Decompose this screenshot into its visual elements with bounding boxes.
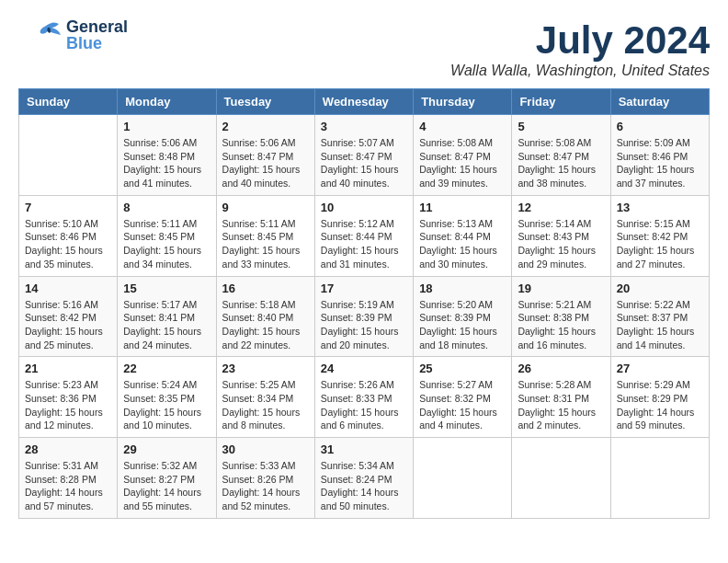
day-info: Sunrise: 5:33 AM Sunset: 8:26 PM Dayligh…	[222, 459, 309, 513]
day-number: 26	[518, 362, 604, 375]
col-header-saturday: Saturday	[610, 89, 709, 115]
day-info: Sunrise: 5:11 AM Sunset: 8:45 PM Dayligh…	[123, 217, 210, 271]
col-header-thursday: Thursday	[414, 89, 512, 115]
page-header: General Blue July 2024 Walla Walla, Wash…	[18, 18, 710, 79]
calendar-table: SundayMondayTuesdayWednesdayThursdayFrid…	[18, 88, 710, 519]
day-info: Sunrise: 5:16 AM Sunset: 8:42 PM Dayligh…	[25, 298, 111, 352]
day-info: Sunrise: 5:28 AM Sunset: 8:31 PM Dayligh…	[518, 378, 604, 432]
calendar-cell: 29Sunrise: 5:32 AM Sunset: 8:27 PM Dayli…	[118, 438, 216, 519]
calendar-cell: 27Sunrise: 5:29 AM Sunset: 8:29 PM Dayli…	[610, 357, 709, 438]
calendar-cell: 15Sunrise: 5:17 AM Sunset: 8:41 PM Dayli…	[118, 276, 216, 357]
day-number: 8	[123, 201, 210, 214]
col-header-monday: Monday	[118, 89, 216, 115]
calendar-cell	[512, 438, 610, 519]
day-number: 11	[419, 201, 506, 214]
day-info: Sunrise: 5:26 AM Sunset: 8:33 PM Dayligh…	[321, 378, 407, 432]
day-info: Sunrise: 5:10 AM Sunset: 8:46 PM Dayligh…	[25, 217, 111, 271]
day-number: 19	[518, 282, 604, 295]
calendar-cell: 19Sunrise: 5:21 AM Sunset: 8:38 PM Dayli…	[512, 276, 610, 357]
logo-icon	[18, 18, 63, 52]
day-info: Sunrise: 5:27 AM Sunset: 8:32 PM Dayligh…	[419, 378, 506, 432]
calendar-week-row: 21Sunrise: 5:23 AM Sunset: 8:36 PM Dayli…	[19, 357, 710, 438]
title-block: July 2024 Walla Walla, Washington, Unite…	[450, 18, 710, 79]
calendar-header-row: SundayMondayTuesdayWednesdayThursdayFrid…	[19, 89, 710, 115]
calendar-cell	[414, 438, 512, 519]
calendar-cell	[610, 438, 709, 519]
day-info: Sunrise: 5:17 AM Sunset: 8:41 PM Dayligh…	[123, 298, 210, 352]
calendar-cell: 23Sunrise: 5:25 AM Sunset: 8:34 PM Dayli…	[216, 357, 314, 438]
day-info: Sunrise: 5:11 AM Sunset: 8:45 PM Dayligh…	[222, 217, 309, 271]
calendar-cell: 11Sunrise: 5:13 AM Sunset: 8:44 PM Dayli…	[414, 195, 512, 276]
day-number: 20	[617, 282, 703, 295]
calendar-cell: 1Sunrise: 5:06 AM Sunset: 8:48 PM Daylig…	[118, 115, 216, 196]
day-info: Sunrise: 5:06 AM Sunset: 8:48 PM Dayligh…	[123, 136, 210, 190]
day-info: Sunrise: 5:34 AM Sunset: 8:24 PM Dayligh…	[321, 459, 407, 513]
day-info: Sunrise: 5:24 AM Sunset: 8:35 PM Dayligh…	[123, 378, 210, 432]
day-number: 30	[222, 442, 309, 456]
logo-text: General Blue	[66, 18, 128, 52]
day-number: 25	[419, 362, 506, 375]
day-number: 6	[617, 120, 703, 133]
day-number: 22	[123, 362, 210, 375]
day-info: Sunrise: 5:20 AM Sunset: 8:39 PM Dayligh…	[419, 298, 506, 352]
calendar-cell: 8Sunrise: 5:11 AM Sunset: 8:45 PM Daylig…	[118, 195, 216, 276]
calendar-cell: 18Sunrise: 5:20 AM Sunset: 8:39 PM Dayli…	[414, 276, 512, 357]
calendar-cell: 7Sunrise: 5:10 AM Sunset: 8:46 PM Daylig…	[19, 195, 118, 276]
calendar-cell: 24Sunrise: 5:26 AM Sunset: 8:33 PM Dayli…	[314, 357, 413, 438]
day-info: Sunrise: 5:15 AM Sunset: 8:42 PM Dayligh…	[617, 217, 703, 271]
day-number: 1	[123, 120, 210, 133]
calendar-cell: 3Sunrise: 5:07 AM Sunset: 8:47 PM Daylig…	[314, 115, 413, 196]
day-number: 12	[518, 201, 604, 214]
day-number: 23	[222, 362, 309, 375]
day-number: 28	[25, 442, 111, 456]
day-number: 13	[617, 201, 703, 214]
day-number: 24	[321, 362, 407, 375]
calendar-cell: 25Sunrise: 5:27 AM Sunset: 8:32 PM Dayli…	[414, 357, 512, 438]
calendar-cell: 9Sunrise: 5:11 AM Sunset: 8:45 PM Daylig…	[216, 195, 314, 276]
calendar-cell: 13Sunrise: 5:15 AM Sunset: 8:42 PM Dayli…	[610, 195, 709, 276]
day-number: 7	[25, 201, 111, 214]
calendar-week-row: 14Sunrise: 5:16 AM Sunset: 8:42 PM Dayli…	[19, 276, 710, 357]
day-info: Sunrise: 5:07 AM Sunset: 8:47 PM Dayligh…	[321, 136, 407, 190]
calendar-cell: 12Sunrise: 5:14 AM Sunset: 8:43 PM Dayli…	[512, 195, 610, 276]
calendar-week-row: 7Sunrise: 5:10 AM Sunset: 8:46 PM Daylig…	[19, 195, 710, 276]
logo-blue: Blue	[66, 35, 128, 52]
day-info: Sunrise: 5:29 AM Sunset: 8:29 PM Dayligh…	[617, 378, 703, 432]
calendar-cell: 17Sunrise: 5:19 AM Sunset: 8:39 PM Dayli…	[314, 276, 413, 357]
day-info: Sunrise: 5:08 AM Sunset: 8:47 PM Dayligh…	[518, 136, 604, 190]
day-number: 18	[419, 282, 506, 295]
col-header-tuesday: Tuesday	[216, 89, 314, 115]
col-header-friday: Friday	[512, 89, 610, 115]
day-number: 17	[321, 282, 407, 295]
calendar-cell: 6Sunrise: 5:09 AM Sunset: 8:46 PM Daylig…	[610, 115, 709, 196]
day-number: 5	[518, 120, 604, 133]
location-title: Walla Walla, Washington, United States	[450, 63, 710, 79]
day-info: Sunrise: 5:19 AM Sunset: 8:39 PM Dayligh…	[321, 298, 407, 352]
day-info: Sunrise: 5:12 AM Sunset: 8:44 PM Dayligh…	[321, 217, 407, 271]
day-info: Sunrise: 5:25 AM Sunset: 8:34 PM Dayligh…	[222, 378, 309, 432]
day-number: 14	[25, 282, 111, 295]
calendar-cell: 22Sunrise: 5:24 AM Sunset: 8:35 PM Dayli…	[118, 357, 216, 438]
calendar-cell: 30Sunrise: 5:33 AM Sunset: 8:26 PM Dayli…	[216, 438, 314, 519]
calendar-cell: 14Sunrise: 5:16 AM Sunset: 8:42 PM Dayli…	[19, 276, 118, 357]
calendar-cell: 20Sunrise: 5:22 AM Sunset: 8:37 PM Dayli…	[610, 276, 709, 357]
calendar-week-row: 28Sunrise: 5:31 AM Sunset: 8:28 PM Dayli…	[19, 438, 710, 519]
calendar-cell: 31Sunrise: 5:34 AM Sunset: 8:24 PM Dayli…	[314, 438, 413, 519]
day-number: 16	[222, 282, 309, 295]
day-info: Sunrise: 5:09 AM Sunset: 8:46 PM Dayligh…	[617, 136, 703, 190]
calendar-cell: 28Sunrise: 5:31 AM Sunset: 8:28 PM Dayli…	[19, 438, 118, 519]
day-number: 3	[321, 120, 407, 133]
day-info: Sunrise: 5:32 AM Sunset: 8:27 PM Dayligh…	[123, 459, 210, 513]
calendar-week-row: 1Sunrise: 5:06 AM Sunset: 8:48 PM Daylig…	[19, 115, 710, 196]
day-info: Sunrise: 5:21 AM Sunset: 8:38 PM Dayligh…	[518, 298, 604, 352]
day-number: 27	[617, 362, 703, 375]
day-number: 2	[222, 120, 309, 133]
calendar-cell: 4Sunrise: 5:08 AM Sunset: 8:47 PM Daylig…	[414, 115, 512, 196]
day-number: 9	[222, 201, 309, 214]
day-number: 21	[25, 362, 111, 375]
col-header-wednesday: Wednesday	[314, 89, 413, 115]
calendar-cell: 5Sunrise: 5:08 AM Sunset: 8:47 PM Daylig…	[512, 115, 610, 196]
logo: General Blue	[18, 18, 128, 52]
day-number: 15	[123, 282, 210, 295]
day-info: Sunrise: 5:23 AM Sunset: 8:36 PM Dayligh…	[25, 378, 111, 432]
